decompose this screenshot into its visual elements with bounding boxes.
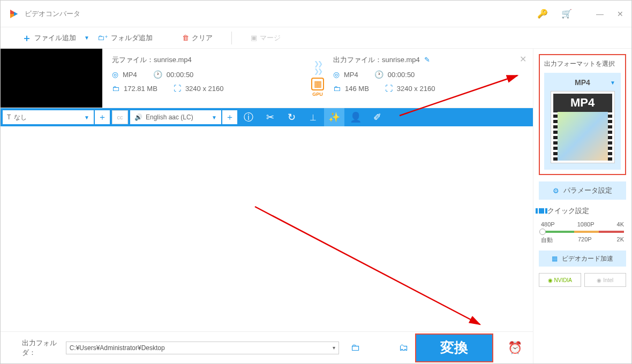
file-row: 元ファイル：sunrise.mp4 ◎MP4 🕐00:00:50 🗀172.81… [1,49,533,108]
plus-icon: ＋ [22,32,32,44]
clear-button[interactable]: 🗑 クリア [182,33,213,43]
preset-labels-top: 480P 1080P 4K [539,221,626,228]
trash-icon: 🗑 [182,34,189,42]
edit-icon[interactable]: ✎ [424,56,430,64]
folder-plus-icon: 🗀⁺ [97,34,108,42]
format-select-card[interactable]: MP4 ▼ MP4 [544,73,621,170]
alarm-icon[interactable]: ⏰ [508,341,522,355]
audio-track-select[interactable]: 🔊 English aac (LC) ▼ [130,110,221,124]
output-folder-label: 出力フォルダ： [22,338,59,358]
folder-icon: 🗀 [333,84,341,93]
merge-icon: ▣ [251,34,257,42]
resolution-icon: ⛶ [174,84,181,93]
info-button[interactable]: ⓘ [238,108,259,126]
parameter-settings-button[interactable]: ⚙ パラメータ設定 [539,181,626,200]
svg-marker-2 [14,12,18,16]
format-icon: ◎ [112,70,118,79]
chevron-down-icon: ▼ [84,115,89,120]
clock-icon: 🕐 [374,70,383,79]
crop-button[interactable]: ⟂ [303,108,323,126]
nvidia-icon: ◉ [548,277,553,283]
chevron-right-icon: ❯❯ [314,67,321,75]
chevron-down-icon: ▾ [333,345,335,351]
slider-icon [539,208,544,214]
subtitle-select[interactable]: T なし ▼ [3,110,94,124]
settings-icon: ⚙ [553,187,559,195]
intel-icon: ◉ [597,277,601,283]
quality-slider[interactable] [541,231,624,233]
minimize-button[interactable]: — [596,10,604,18]
text-icon: T [7,113,11,121]
open-folder-button[interactable]: 🗀 [351,342,360,353]
output-format-section: 出力フォーマットを選択 MP4 ▼ MP4 [539,54,626,175]
chevron-right-icon: ❯❯ [314,60,321,67]
app-logo-icon [9,9,19,19]
cart-icon[interactable]: 🛒 [561,9,572,19]
edit-button[interactable]: ✐ [367,108,387,126]
rotate-button[interactable]: ↻ [281,108,302,126]
effects-button[interactable]: ✨ [324,108,344,126]
add-audio-button[interactable]: ＋ [222,110,237,124]
gpu-accel-button[interactable]: ▦ ビデオカード加速 [539,251,626,267]
key-icon[interactable]: 🔑 [537,9,548,19]
video-thumbnail[interactable] [1,49,102,108]
cc-button[interactable]: cc [112,110,128,124]
nvidia-card[interactable]: ◉ NVIDIA [539,273,581,287]
resolution-icon: ⛶ [385,84,393,93]
chevron-down-icon: ▼ [212,115,217,120]
intel-card[interactable]: ◉ Intel [584,273,627,287]
watermark-button[interactable]: 👤 [345,108,366,126]
chip-icon: ▦ [552,255,558,262]
gpu-chip-icon: ▦ [311,78,324,90]
add-folder-button[interactable]: 🗀⁺ フォルダ追加 [97,33,153,43]
folder-icon: 🗀 [112,84,119,93]
clock-icon: 🕐 [153,70,162,79]
preset-labels-bottom: 自動 720P 2K [539,236,626,244]
merge-button: ▣ マージ [251,33,281,43]
remove-file-button[interactable]: ✕ [520,54,526,64]
speaker-icon: 🔊 [134,113,142,121]
add-file-button[interactable]: ＋ ファイル追加 [22,32,76,44]
app-title: ビデオコンバータ [25,9,537,19]
browse-folder-button[interactable]: 🗂 [399,342,409,353]
chevron-down-icon: ▼ [610,80,615,86]
format-icon: ◎ [333,70,340,79]
cut-button[interactable]: ✂ [260,108,280,126]
format-section-title: 出力フォーマットを選択 [544,59,621,69]
output-folder-input[interactable]: C:¥Users¥Administrator¥Desktop ▾ [66,342,339,354]
slider-thumb[interactable] [539,229,546,235]
add-file-dropdown[interactable]: ▼ [84,35,89,41]
add-subtitle-button[interactable]: ＋ [95,110,110,124]
convert-button[interactable]: 変換 [415,333,493,362]
close-button[interactable]: ✕ [617,10,623,18]
format-thumbnail: MP4 [551,91,615,163]
